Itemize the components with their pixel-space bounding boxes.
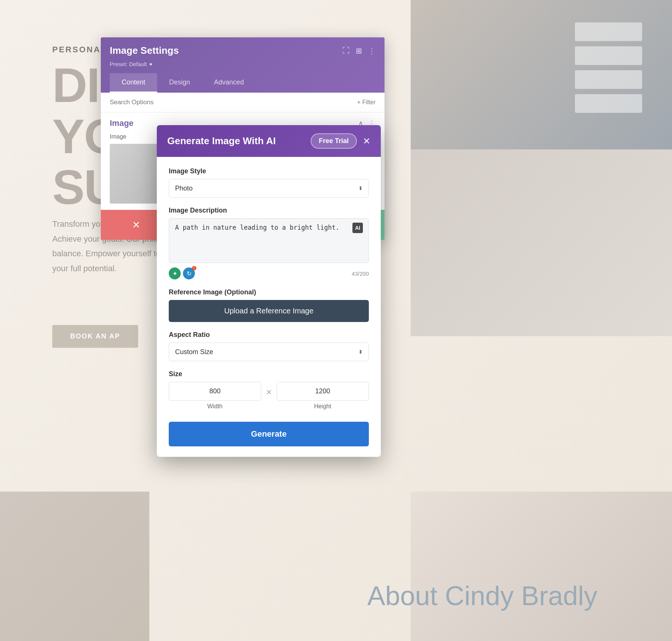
aspect-ratio-group: Aspect Ratio Custom Size 1:1 16:9 4:3 9:… [169, 331, 369, 361]
ai-badge: AI [352, 223, 363, 233]
more-icon[interactable]: ⋮ [368, 46, 376, 55]
image-section-title: Image [110, 118, 134, 128]
search-input[interactable] [110, 99, 357, 106]
aspect-ratio-select-wrapper: Custom Size 1:1 16:9 4:3 9:16 [169, 343, 369, 361]
image-style-label: Image Style [169, 167, 369, 175]
ai-modal-body: Image Style Photo Illustration Painting … [157, 157, 381, 457]
filter-button[interactable]: + Filter [357, 99, 376, 106]
aspect-ratio-select[interactable]: Custom Size 1:1 16:9 4:3 9:16 [169, 343, 369, 361]
image-style-select[interactable]: Photo Illustration Painting Sketch 3D Re… [169, 179, 369, 198]
bg-right-mid-image [411, 149, 672, 336]
reference-image-label: Reference Image (Optional) [169, 288, 369, 296]
panel-title: Image Settings [110, 45, 179, 56]
height-input[interactable] [277, 382, 369, 401]
tab-design[interactable]: Design [157, 73, 202, 93]
magic-wand-icon[interactable]: ✦ [169, 267, 181, 279]
bg-about-text: About Cindy Bradly [367, 580, 597, 611]
height-label: Height [314, 403, 331, 410]
tab-advanced[interactable]: Advanced [202, 73, 256, 93]
bg-right-top-image [411, 0, 672, 149]
size-row: Width ✕ Height [169, 382, 369, 410]
panel-preset: Preset: Default [110, 61, 376, 73]
textarea-footer: ✦ ↻ ! 43/200 [169, 267, 369, 279]
reference-image-group: Reference Image (Optional) Upload a Refe… [169, 288, 369, 322]
bg-right-bottom-image [411, 492, 672, 641]
height-wrapper: Height [277, 382, 369, 410]
panel-header-icons: ⛶ ⊞ ⋮ [342, 46, 376, 55]
layout-icon[interactable]: ⊞ [356, 46, 362, 55]
fullscreen-icon[interactable]: ⛶ [342, 46, 350, 55]
refresh-icon[interactable]: ↻ ! [183, 267, 195, 279]
char-icons: ✦ ↻ ! [169, 267, 195, 279]
ai-modal-header-right: Free Trial ✕ [311, 133, 370, 149]
panel-tabs: Content Design Advanced [110, 73, 376, 93]
panel-header-top: Image Settings ⛶ ⊞ ⋮ [110, 45, 376, 61]
width-wrapper: Width [169, 382, 261, 410]
size-label: Size [169, 370, 369, 378]
upload-reference-button[interactable]: Upload a Reference Image [169, 300, 369, 322]
image-description-label: Image Description [169, 207, 369, 214]
image-style-group: Image Style Photo Illustration Painting … [169, 167, 369, 198]
panel-header: Image Settings ⛶ ⊞ ⋮ Preset: Default Con… [101, 37, 385, 93]
width-label: Width [207, 403, 223, 410]
image-description-wrapper: AI [169, 218, 369, 264]
free-trial-badge[interactable]: Free Trial [311, 133, 357, 149]
image-style-select-wrapper: Photo Illustration Painting Sketch 3D Re… [169, 179, 369, 198]
bg-book-button: BOOK AN AP [52, 325, 138, 348]
ai-modal: Generate Image With AI Free Trial ✕ Imag… [157, 125, 381, 457]
ai-modal-title: Generate Image With AI [167, 135, 276, 147]
image-description-textarea[interactable] [169, 218, 369, 263]
aspect-ratio-label: Aspect Ratio [169, 331, 369, 339]
size-x-icon: ✕ [266, 388, 272, 397]
close-icon[interactable]: ✕ [363, 136, 370, 146]
image-description-group: Image Description AI ✦ ↻ ! 43/200 [169, 207, 369, 279]
generate-button[interactable]: Generate [169, 422, 369, 446]
size-group: Size Width ✕ Height [169, 370, 369, 410]
width-input[interactable] [169, 382, 261, 401]
tab-content[interactable]: Content [110, 73, 157, 93]
ai-modal-header: Generate Image With AI Free Trial ✕ [157, 125, 381, 157]
char-count: 43/200 [352, 270, 369, 277]
search-bar: + Filter [101, 93, 385, 112]
bg-left-bottom-image [0, 492, 149, 641]
